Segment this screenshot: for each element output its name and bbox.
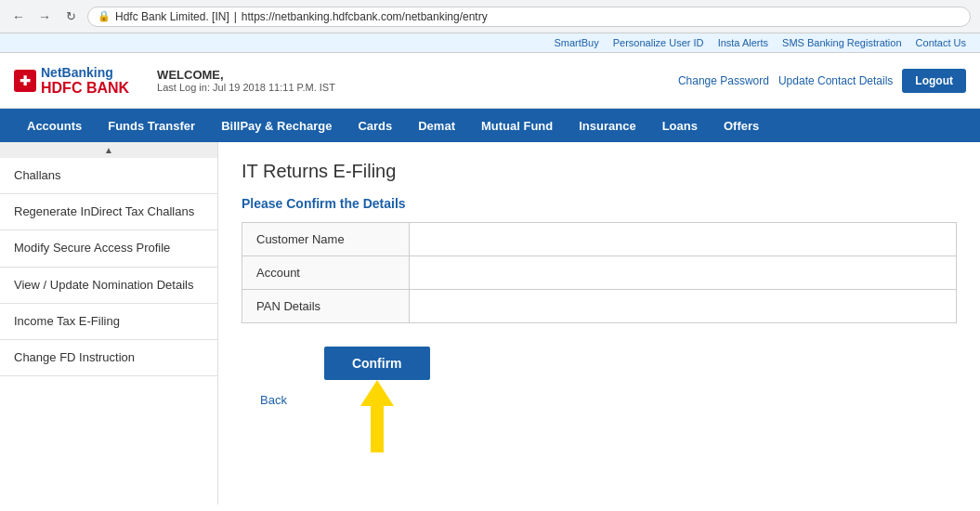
details-table: Customer Name Account PAN Details <box>242 222 957 323</box>
table-row: Account <box>242 256 957 290</box>
sidebar-item-modify-secure[interactable]: Modify Secure Access Profile <box>0 230 217 267</box>
insta-alerts-link[interactable]: Insta Alerts <box>718 37 768 48</box>
customer-name-value <box>410 223 957 256</box>
nav-cards[interactable]: Cards <box>345 111 405 140</box>
account-label: Account <box>242 256 410 290</box>
main-layout: ▲ Challans Regenerate InDirect Tax Chall… <box>0 142 980 504</box>
sidebar-scroll-up[interactable]: ▲ <box>0 142 217 158</box>
nav-mutual-fund[interactable]: Mutual Fund <box>468 111 566 140</box>
nav-insurance[interactable]: Insurance <box>566 111 648 140</box>
nav-billpay[interactable]: BillPay & Recharge <box>208 111 345 140</box>
sidebar-item-regenerate[interactable]: Regenerate InDirect Tax Challans <box>0 194 217 230</box>
table-row: Customer Name <box>242 223 957 256</box>
nav-funds-transfer[interactable]: Funds Transfer <box>95 111 208 140</box>
cross-icon: ✚ <box>20 73 31 88</box>
browser-bar: ← → ↻ 🔒 Hdfc Bank Limited. [IN] | https:… <box>0 0 980 33</box>
confirm-button[interactable]: Confirm <box>324 347 430 380</box>
arrow-shaft <box>371 406 384 452</box>
account-value <box>410 256 957 290</box>
forward-nav-button[interactable]: → <box>35 7 54 26</box>
arrow-indicator <box>360 380 394 452</box>
update-contact-link[interactable]: Update Contact Details <box>778 74 893 87</box>
utility-bar: SmartBuy Personalize User ID Insta Alert… <box>0 33 980 53</box>
actions-row: Back Confirm <box>242 342 957 457</box>
last-login-text: Last Log in: Jul 19 2018 11:11 P.M. IST <box>157 82 678 93</box>
sidebar-item-challans[interactable]: Challans <box>0 158 217 194</box>
customer-name-label: Customer Name <box>242 223 410 256</box>
personalize-link[interactable]: Personalize User ID <box>613 37 704 48</box>
site-label: Hdfc Bank Limited. [IN] <box>115 10 229 23</box>
page-title: IT Returns E-Filing <box>242 161 957 182</box>
lock-icon: 🔒 <box>98 10 111 22</box>
back-link[interactable]: Back <box>260 393 287 407</box>
netbanking-label: NetBanking <box>41 65 129 80</box>
url-text: https://netbanking.hdfcbank.com/netbanki… <box>242 10 488 23</box>
header-actions: Change Password Update Contact Details L… <box>678 69 966 93</box>
welcome-area: WELCOME, Last Log in: Jul 19 2018 11:11 … <box>157 68 678 93</box>
reload-button[interactable]: ↻ <box>61 7 80 26</box>
table-row: PAN Details <box>242 290 957 323</box>
bank-name-area: NetBanking HDFC BANK <box>41 65 129 97</box>
sidebar: ▲ Challans Regenerate InDirect Tax Chall… <box>0 142 218 504</box>
welcome-title: WELCOME, <box>157 68 678 82</box>
url-separator: | <box>234 10 237 23</box>
pan-details-label: PAN Details <box>242 290 410 323</box>
nav-loans[interactable]: Loans <box>649 111 711 140</box>
logout-button[interactable]: Logout <box>902 69 966 93</box>
smartbuy-link[interactable]: SmartBuy <box>554 37 598 48</box>
address-bar[interactable]: 🔒 Hdfc Bank Limited. [IN] | https://netb… <box>87 7 971 27</box>
arrow-up-icon <box>360 380 394 406</box>
nav-accounts[interactable]: Accounts <box>14 111 95 140</box>
logo-box: ✚ <box>14 70 36 92</box>
sidebar-item-fd-instruction[interactable]: Change FD Instruction <box>0 340 217 376</box>
sidebar-item-nomination[interactable]: View / Update Nomination Details <box>0 268 217 304</box>
header: ✚ NetBanking HDFC BANK WELCOME, Last Log… <box>0 53 980 109</box>
nav-bar: Accounts Funds Transfer BillPay & Rechar… <box>0 109 980 142</box>
nav-demat[interactable]: Demat <box>405 111 468 140</box>
content-area: IT Returns E-Filing Please Confirm the D… <box>218 142 980 504</box>
sidebar-item-income-tax[interactable]: Income Tax E-Filing <box>0 304 217 340</box>
section-title: Please Confirm the Details <box>242 196 957 211</box>
logo-area: ✚ NetBanking HDFC BANK <box>14 65 129 97</box>
nav-offers[interactable]: Offers <box>711 111 772 140</box>
sms-banking-link[interactable]: SMS Banking Registration <box>782 37 901 48</box>
change-password-link[interactable]: Change Password <box>678 74 769 87</box>
contact-us-link[interactable]: Contact Us <box>916 37 966 48</box>
pan-details-value <box>410 290 957 323</box>
bank-name-label: HDFC BANK <box>41 80 129 97</box>
back-nav-button[interactable]: ← <box>9 7 28 26</box>
